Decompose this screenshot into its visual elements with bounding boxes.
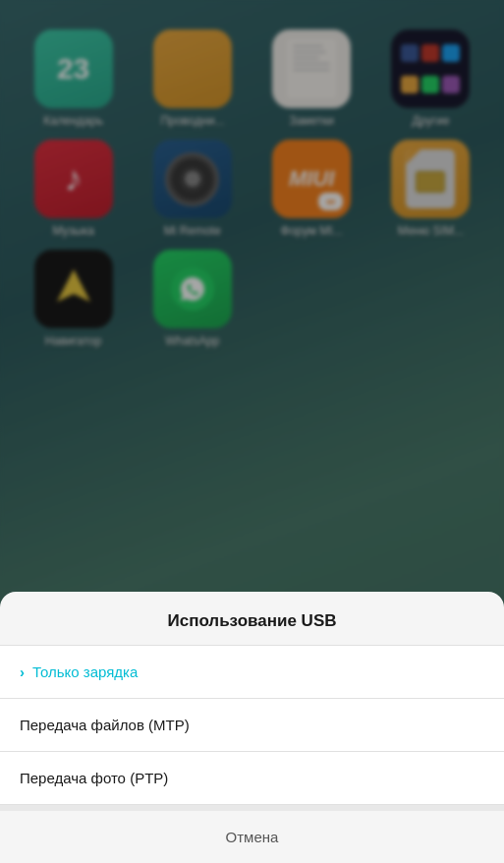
usb-option-ptp[interactable]: Передача фото (PTP) bbox=[0, 752, 504, 805]
usb-option-mtp[interactable]: Передача файлов (MTP) bbox=[0, 699, 504, 752]
usb-option-charge-only-label: Только зарядка bbox=[32, 663, 138, 680]
usb-option-ptp-label: Передача фото (PTP) bbox=[20, 770, 168, 786]
usb-option-mtp-label: Передача файлов (MTP) bbox=[20, 717, 190, 733]
dialog-title: Использование USB bbox=[167, 611, 336, 630]
usb-option-charge-only[interactable]: › Только зарядка bbox=[0, 646, 504, 699]
usb-cancel-label: Отмена bbox=[226, 829, 279, 845]
selected-chevron: › bbox=[20, 663, 25, 680]
usb-cancel-button[interactable]: Отмена bbox=[0, 805, 504, 863]
usb-dialog: Использование USB › Только зарядка Перед… bbox=[0, 592, 504, 863]
dialog-title-row: Использование USB bbox=[0, 592, 504, 646]
